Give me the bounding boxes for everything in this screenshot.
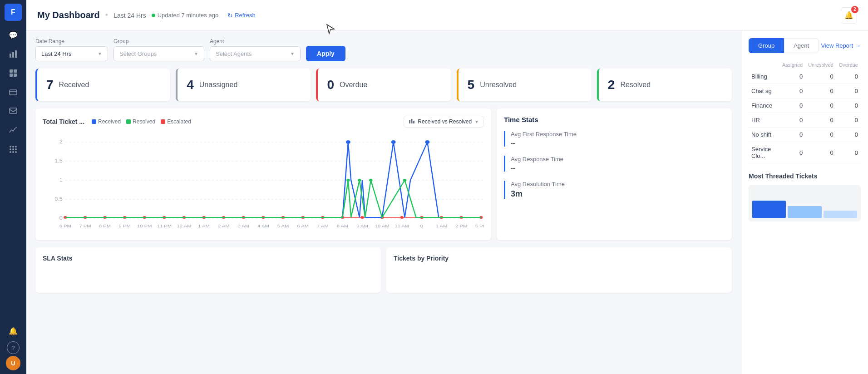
sidebar-icon-chat[interactable]: 💬 (5, 26, 22, 44)
table-row: HR000 (749, 113, 861, 128)
svg-text:9 AM: 9 AM (356, 224, 368, 228)
svg-point-17 (12, 151, 14, 153)
svg-point-11 (12, 146, 14, 148)
sidebar-icon-message[interactable] (5, 103, 22, 120)
page-title: My Dashboard (37, 10, 100, 20)
svg-point-59 (369, 179, 372, 182)
main-content: My Dashboard • Last 24 Hrs Updated 7 min… (26, 0, 868, 374)
svg-point-55 (391, 140, 396, 144)
tickets-by-priority-card: Tickets by Priority (386, 247, 732, 293)
table-cell: Service Clo... (749, 142, 779, 163)
group-filter: Group Select Groups ▼ (113, 38, 204, 61)
sidebar-icon-ticket[interactable] (5, 84, 22, 101)
svg-text:12 AM: 12 AM (177, 224, 192, 228)
legend-item: Received (92, 118, 121, 125)
apply-button[interactable]: Apply (306, 46, 345, 61)
date-range-filter: Date Range Last 24 Hrs ▼ (35, 38, 108, 61)
svg-text:3 AM: 3 AM (238, 224, 250, 228)
svg-text:2: 2 (59, 139, 63, 144)
svg-point-58 (358, 179, 361, 182)
svg-rect-19 (409, 120, 410, 123)
table-cell: 0 (836, 98, 861, 113)
legend-item: Resolved (126, 118, 155, 125)
table-cell: Chat sg (749, 84, 779, 98)
table-row: Billing000 (749, 69, 861, 84)
svg-text:0.5: 0.5 (54, 197, 62, 202)
most-threaded-title: Most Threaded Tickets (749, 172, 861, 180)
svg-rect-21 (413, 121, 414, 123)
ticket-chart-svg-container: 2 1.5 1 0.5 0 (43, 133, 484, 233)
svg-rect-6 (14, 74, 17, 77)
tab-agent[interactable]: Agent (784, 38, 819, 53)
notification-button[interactable]: 🔔 2 (841, 7, 857, 24)
view-report-link[interactable]: View Report → (821, 42, 861, 49)
table-header: Unresolved (805, 60, 836, 69)
svg-point-56 (425, 140, 429, 144)
svg-text:0: 0 (59, 216, 63, 221)
svg-rect-4 (14, 69, 17, 73)
tickets-by-priority-title: Tickets by Priority (394, 255, 725, 262)
svg-point-14 (12, 148, 14, 150)
rp-tab-group: Group Agent (749, 38, 819, 53)
time-stats-items: Avg First Response Time--Avg Response Ti… (504, 131, 725, 199)
svg-text:1 AM: 1 AM (436, 224, 448, 228)
svg-text:2 PM: 2 PM (455, 224, 467, 228)
table-cell: 0 (805, 128, 836, 142)
date-range-select[interactable]: Last 24 Hrs ▼ (35, 46, 108, 61)
table-cell: 0 (779, 69, 805, 84)
sidebar-icon-bell[interactable]: 🔔 (5, 322, 22, 340)
svg-text:8 AM: 8 AM (337, 224, 349, 228)
table-header: Overdue (836, 60, 861, 69)
group-label: Group (113, 38, 204, 44)
sidebar-icon-help[interactable]: ? (7, 341, 20, 354)
sidebar-icon-apps[interactable] (5, 141, 22, 158)
svg-text:7 AM: 7 AM (317, 224, 329, 228)
svg-text:1 AM: 1 AM (198, 224, 210, 228)
table-cell: 0 (779, 128, 805, 142)
svg-text:10 PM: 10 PM (137, 224, 152, 228)
table-cell: HR (749, 113, 779, 128)
user-avatar[interactable]: U (6, 356, 20, 370)
table-cell: 0 (779, 113, 805, 128)
legend-dot-icon (92, 119, 96, 124)
svg-point-47 (360, 216, 364, 219)
charts-row: Total Ticket ... ReceivedResolvedEscalat… (35, 108, 732, 240)
svg-text:8 PM: 8 PM (99, 224, 111, 228)
table-cell: 0 (805, 84, 836, 98)
svg-text:9 PM: 9 PM (119, 224, 131, 228)
bottom-row: SLA Stats Tickets by Priority (35, 247, 732, 293)
chart-header: Total Ticket ... ReceivedResolvedEscalat… (43, 116, 484, 128)
table-cell: No shift (749, 128, 779, 142)
svg-text:10 AM: 10 AM (375, 224, 390, 228)
table-header: Assigned (779, 60, 805, 69)
refresh-icon: ↻ (227, 12, 233, 19)
table-cell: Finance (749, 98, 779, 113)
svg-point-12 (15, 146, 17, 148)
sidebar-icon-analytics[interactable] (5, 122, 22, 139)
chart-dropdown[interactable]: Received vs Resolved ▼ (404, 116, 484, 128)
table-cell: 0 (779, 142, 805, 163)
time-stats-title: Time Stats (504, 116, 725, 123)
stat-card-unresolved: 5Unresolved (457, 69, 592, 101)
svg-text:6 PM: 6 PM (59, 224, 71, 228)
group-select[interactable]: Select Groups ▼ (113, 46, 204, 61)
agent-select[interactable]: Select Agents ▼ (210, 46, 301, 61)
sidebar-icon-grid[interactable] (5, 64, 22, 82)
table-row: No shift000 (749, 128, 861, 142)
svg-text:0: 0 (420, 224, 424, 228)
svg-text:11 AM: 11 AM (395, 224, 409, 228)
sidebar-icon-barchart[interactable] (5, 45, 22, 63)
legend-item: Escalated (161, 118, 191, 125)
stat-card-unassigned: 4Unassigned (176, 69, 311, 101)
svg-text:5 PM: 5 PM (475, 224, 484, 228)
refresh-button[interactable]: ↻ Refresh (224, 10, 259, 21)
top-header: My Dashboard • Last 24 Hrs Updated 7 min… (26, 0, 868, 31)
body-area: Date Range Last 24 Hrs ▼ Group Select Gr… (26, 31, 868, 374)
time-stat-item: Avg First Response Time-- (504, 131, 725, 147)
tab-group[interactable]: Group (749, 38, 784, 53)
svg-text:2 AM: 2 AM (218, 224, 230, 228)
app-logo[interactable]: F (5, 4, 22, 21)
dropdown-chevron-icon: ▼ (474, 119, 479, 124)
time-stat-item: Avg Resolution Time3m (504, 181, 725, 199)
table-row: Chat sg000 (749, 84, 861, 98)
